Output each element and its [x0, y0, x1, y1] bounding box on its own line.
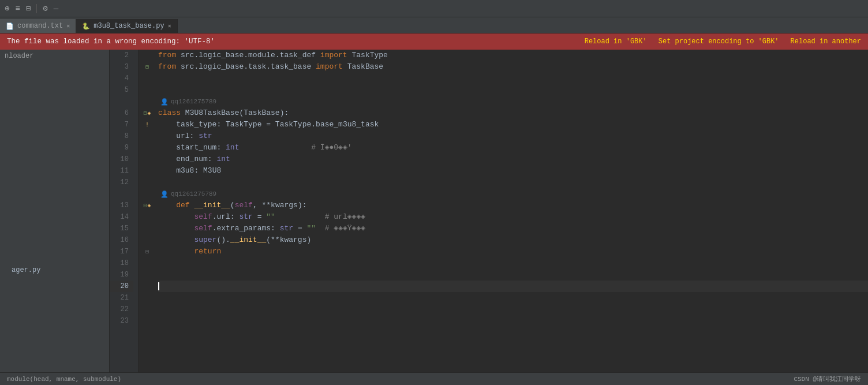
gutter-15: [139, 223, 156, 234]
line-num-20: 20: [110, 281, 133, 292]
tab-bar: 📄 command.txt ✕ 🐍 m3u8_task_base.py ✕: [0, 17, 868, 33]
code-line-11: m3u8: M3U8: [158, 165, 868, 177]
line-numbers: 2 3 4 5 · 6 7 8 9 10 11 12 · 13 14 15 16…: [110, 50, 139, 372]
line-num-23: 23: [110, 315, 133, 327]
toolbar-icon-split[interactable]: ⊟: [26, 3, 31, 13]
author-name-1: qq1261275789: [171, 98, 216, 105]
tab-close-active-icon[interactable]: ✕: [168, 23, 171, 29]
line-num-6: 6: [110, 107, 133, 119]
gutter-6[interactable]: ⊟ ◈: [139, 107, 156, 119]
line-num-21: 21: [110, 292, 133, 304]
fold-icon-17[interactable]: ⊟: [145, 248, 149, 255]
code-line-8: url: str: [158, 130, 868, 142]
gutter: ⊟ ⊟ ◈ ! ⊟ ◈: [139, 50, 156, 372]
code-line-13: def __init__(self, **kwargs):: [158, 200, 868, 211]
gutter-8: [139, 130, 156, 142]
line-num-17: 17: [110, 246, 133, 257]
line-num-3: 3: [110, 61, 133, 73]
code-line-22: [158, 304, 868, 315]
sidebar: nloader ager.py: [0, 50, 110, 372]
fold-icon-3[interactable]: ⊟: [145, 63, 149, 70]
line-num-12: 12: [110, 177, 133, 188]
gutter-author1: [139, 96, 156, 107]
line-num-22: 22: [110, 304, 133, 315]
reload-another-button[interactable]: Reload in another: [791, 38, 861, 46]
sidebar-item-nloader[interactable]: nloader: [0, 50, 109, 62]
gutter-12: [139, 177, 156, 188]
gutter-18: [139, 257, 156, 269]
gutter-20: [139, 281, 156, 292]
gutter-9: [139, 142, 156, 154]
line-num-9: 9: [110, 142, 133, 154]
set-encoding-button[interactable]: Set project encoding to 'GBK': [659, 38, 779, 46]
line-num-author2: ·: [110, 188, 133, 200]
line-num-4: 4: [110, 73, 133, 84]
code-line-10: end_num: int: [158, 154, 868, 165]
tab-label-active: m3u8_task_base.py: [93, 22, 164, 30]
tab-py-icon: 🐍: [82, 23, 90, 30]
toolbar-icon-settings[interactable]: ⚙: [43, 3, 47, 13]
toolbar-separator: [36, 4, 37, 13]
line-num-16: 16: [110, 234, 133, 246]
tab-command-txt[interactable]: 📄 command.txt ✕: [0, 19, 76, 33]
tab-close-icon[interactable]: ✕: [66, 23, 70, 29]
toolbar-icon-list[interactable]: ≡: [15, 4, 20, 13]
code-line-20: [158, 281, 868, 292]
error-message: The file was loaded in a wrong encoding:…: [7, 38, 573, 46]
gutter-14: [139, 211, 156, 223]
text-cursor: [158, 282, 159, 290]
code-line-4: [158, 73, 868, 84]
gutter-17[interactable]: ⊟: [139, 246, 156, 257]
code-line-23: [158, 315, 868, 327]
code-container: 2 3 4 5 · 6 7 8 9 10 11 12 · 13 14 15 16…: [110, 50, 868, 372]
sidebar-file-ager[interactable]: ager.py: [0, 264, 109, 276]
status-bar: module(head, mname, submodule) CSDN @请叫我…: [0, 372, 868, 385]
author-icon-2: 👤: [160, 190, 169, 198]
author-icon-1: 👤: [160, 98, 169, 106]
error-banner: The file was loaded in a wrong encoding:…: [0, 33, 868, 50]
code-line-19: [158, 269, 868, 281]
code-lines[interactable]: from src.logic_base.module.task_def impo…: [156, 50, 868, 372]
code-line-17: return: [158, 246, 868, 257]
gutter-7: !: [139, 119, 156, 130]
gutter-23: [139, 315, 156, 327]
line-num-author1: ·: [110, 96, 133, 107]
run-icon-13[interactable]: ◈: [148, 202, 151, 209]
fold-icon-6[interactable]: ⊟: [143, 110, 147, 117]
gutter-3[interactable]: ⊟: [139, 61, 156, 73]
code-line-9: start_num: int # Ī◈●0◈◈': [158, 142, 868, 154]
toolbar-icon-minimize[interactable]: —: [54, 4, 58, 13]
gutter-4: [139, 73, 156, 84]
gutter-21: [139, 292, 156, 304]
author-name-2: qq1261275789: [171, 190, 216, 197]
gutter-19: [139, 269, 156, 281]
code-line-14: self.url: str = "" # url◈◈◈◈: [158, 211, 868, 223]
tab-m3u8-task-base[interactable]: 🐍 m3u8_task_base.py ✕: [76, 19, 177, 33]
code-line-3: from src.logic_base.task.task_base impor…: [158, 61, 868, 73]
gutter-16: [139, 234, 156, 246]
code-line-5: [158, 84, 868, 96]
line-num-10: 10: [110, 154, 133, 165]
warning-icon-7: !: [145, 122, 149, 128]
status-left: module(head, mname, submodule): [7, 376, 121, 383]
line-num-18: 18: [110, 257, 133, 269]
editor-area[interactable]: 2 3 4 5 · 6 7 8 9 10 11 12 · 13 14 15 16…: [110, 50, 868, 372]
code-line-12: [158, 177, 868, 188]
line-num-8: 8: [110, 130, 133, 142]
fold-icon-13[interactable]: ⊟: [143, 202, 147, 209]
gutter-13[interactable]: ⊟ ◈: [139, 200, 156, 211]
code-line-15: self.extra_params: str = "" # ◈◈◈Ÿ◈◈◈: [158, 223, 868, 234]
line-num-11: 11: [110, 165, 133, 177]
gutter-2: [139, 50, 156, 61]
line-num-13: 13: [110, 200, 133, 211]
run-icon-6[interactable]: ◈: [148, 110, 151, 117]
line-num-7: 7: [110, 119, 133, 130]
gutter-author2: [139, 188, 156, 200]
reload-gbk-button[interactable]: Reload in 'GBK': [585, 38, 647, 46]
code-line-16: super().__init__(**kwargs): [158, 234, 868, 246]
toolbar-icon-add[interactable]: ⊕: [5, 3, 9, 13]
tab-filetype-icon: 📄: [6, 23, 14, 30]
main-area: nloader ager.py 2 3 4 5 · 6 7 8 9 10 11 …: [0, 50, 868, 372]
gutter-22: [139, 304, 156, 315]
author-line-2: 👤 qq1261275789: [158, 188, 868, 200]
